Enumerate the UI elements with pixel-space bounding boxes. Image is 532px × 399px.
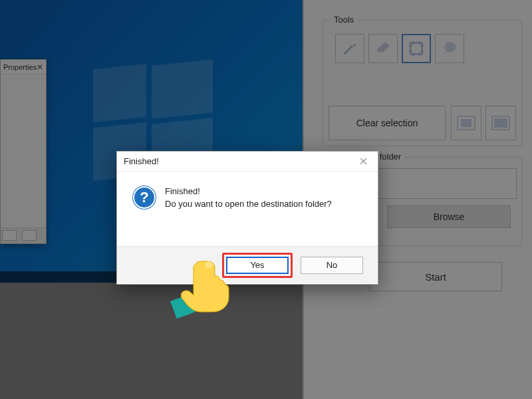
dialog-message: Do you want to open the destination fold… [165, 198, 332, 210]
no-label: No [327, 260, 338, 270]
app-stage: Properties ✕ Tools Clear selec [0, 0, 532, 399]
svg-point-5 [205, 261, 213, 268]
no-button[interactable]: No [301, 257, 363, 274]
dialog-text: Finished! Do you want to open the destin… [165, 185, 332, 210]
close-icon [360, 158, 367, 165]
finished-dialog: Finished! ? Finished! Do you want to ope… [116, 151, 378, 285]
pointing-hand-icon [170, 255, 237, 321]
dialog-title: Finished! [124, 156, 159, 166]
dialog-close-button[interactable] [354, 154, 372, 169]
question-icon: ? [133, 186, 156, 209]
dialog-footer: Yes No [117, 246, 378, 283]
dialog-titlebar: Finished! [117, 152, 378, 172]
dialog-heading: Finished! [165, 185, 332, 198]
yes-label: Yes [250, 260, 264, 270]
